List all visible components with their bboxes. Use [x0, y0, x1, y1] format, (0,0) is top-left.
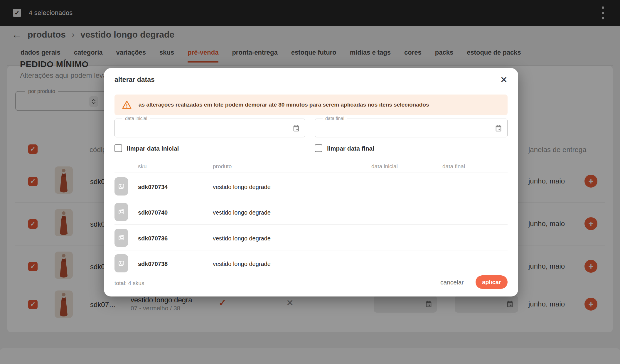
data-inicial-input[interactable]: data inicial: [114, 119, 305, 137]
image-placeholder-icon: [114, 229, 128, 247]
data-inicial-label: data inicial: [122, 116, 150, 121]
warning-icon: [122, 100, 132, 110]
modal-table-header-divider: [114, 173, 508, 173]
modal-row-sku: sdk070736: [138, 235, 168, 242]
data-final-input[interactable]: data final: [315, 119, 508, 137]
modal-col-data-inicial: data inicial: [371, 163, 398, 170]
modal-row-divider: [114, 199, 508, 199]
modal-row-produto: vestido longo degrade: [213, 209, 271, 216]
modal-row-produto: vestido longo degrade: [213, 235, 271, 242]
limpar-data-inicial-checkbox[interactable]: [114, 144, 122, 152]
modal-title: alterar datas: [114, 76, 155, 84]
limpar-data-inicial-label: limpar data inicial: [127, 145, 179, 152]
modal-col-data-final: data final: [442, 163, 465, 170]
calendar-icon[interactable]: [292, 124, 300, 132]
modal-col-produto: produto: [213, 163, 232, 170]
image-placeholder-icon: [114, 254, 128, 272]
warning-banner: as alterações realizadas em lote podem d…: [114, 95, 508, 115]
modal-row-divider: [114, 250, 508, 250]
modal-row-sku: sdk070734: [138, 184, 168, 191]
app-screen: ✓ 4 selecionados ← produtos › vestido lo…: [0, 0, 620, 364]
modal-row-produto: vestido longo degrade: [213, 261, 271, 267]
data-final-label: data final: [323, 116, 347, 121]
modal-row-divider: [114, 224, 508, 225]
modal-col-sku: sku: [138, 163, 147, 170]
close-icon[interactable]: ✕: [499, 73, 509, 86]
limpar-data-final-label: limpar data final: [327, 145, 374, 152]
image-placeholder-icon: [114, 177, 128, 196]
calendar-icon[interactable]: [494, 124, 503, 132]
modal-row-sku: sdk070740: [138, 209, 168, 216]
modal-row-sku: sdk070738: [138, 261, 168, 267]
image-placeholder-icon: [114, 203, 128, 221]
alterar-datas-modal: alterar datas ✕ as alterações realizadas…: [104, 68, 518, 296]
modal-row-produto: vestido longo degrade: [213, 184, 271, 191]
cancel-button[interactable]: cancelar: [440, 279, 464, 286]
warning-text: as alterações realizadas em lote podem d…: [139, 102, 429, 108]
limpar-data-final-checkbox[interactable]: [315, 144, 322, 152]
modal-header-divider: [104, 91, 518, 91]
apply-button[interactable]: aplicar: [476, 275, 508, 289]
modal-total-label: total: 4 skus: [114, 280, 144, 287]
